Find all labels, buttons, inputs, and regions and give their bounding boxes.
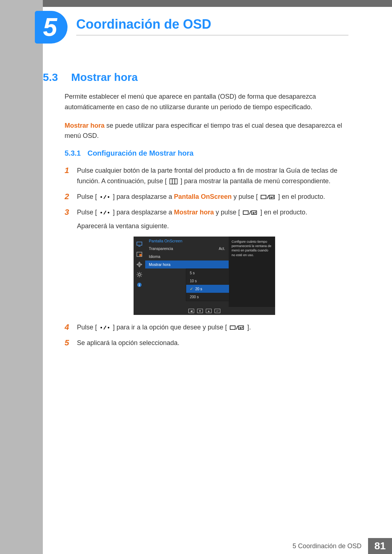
subsection-number: 5.3.1: [65, 149, 81, 157]
chapter-title: Coordinación de OSD: [76, 17, 211, 32]
osd-sidebar: i: [134, 237, 145, 315]
subsection-title: Configuración de Mostrar hora: [87, 149, 193, 157]
footer-chapter-label: 5 Coordinación de OSD: [286, 538, 368, 554]
osd-main-panel: Pantalla OnScreen Transparencia Act. Idi…: [145, 237, 229, 315]
top-strip: [43, 0, 392, 7]
svg-text:i: i: [139, 283, 140, 287]
step-3-number: 3: [65, 207, 77, 232]
step-2-strong: Pantalla OnScreen: [174, 193, 232, 200]
nav-enter-icon: ↵: [215, 309, 220, 313]
intro-paragraph-1: Permite establecer el menú que aparece e…: [65, 91, 348, 112]
gear-icon: [136, 271, 143, 278]
svg-line-13: [249, 211, 251, 214]
nav-down-icon: ▼: [197, 309, 203, 313]
intro-paragraph-2: Mostrar hora se puede utilizar para espe…: [65, 120, 348, 141]
svg-line-31: [104, 326, 106, 329]
check-icon: ✓: [190, 287, 193, 291]
body-area: Permite establecer el menú que aparece e…: [65, 91, 348, 353]
svg-rect-35: [238, 326, 244, 329]
osd-navbar: ◀ ▼ ▲ ↵: [134, 307, 275, 315]
step-5: 5 Se aplicará la opción seleccionada.: [65, 338, 348, 348]
rect-slash-enter-icon: [230, 325, 244, 331]
svg-line-24: [138, 273, 138, 274]
subsection-heading: 5.3.1 Configuración de Mostrar hora: [65, 149, 348, 157]
nav-up-icon: ▲: [206, 309, 212, 313]
step-3-post: ] en el producto.: [260, 209, 307, 216]
step-3-pre: Pulse [: [77, 209, 97, 216]
osd-help-text: Configure cuánto tiempo permanecerá la v…: [229, 237, 275, 315]
osd-row-language: Idioma: [145, 253, 229, 260]
osd-row-display-time: Mostrar hora: [145, 260, 229, 268]
osd-row-transparency-value: Act.: [219, 247, 225, 251]
intro-strong: Mostrar hora: [65, 122, 105, 129]
osd-option-20s: ✓20 s: [186, 285, 229, 293]
step-2-mid2: y pulse [: [233, 193, 258, 200]
osd-option-10s: 10 s: [186, 277, 229, 285]
step-3-line2: Aparecerá la ventana siguiente.: [77, 221, 307, 231]
svg-line-10: [104, 211, 106, 214]
picture-icon: [136, 251, 143, 258]
step-5-number: 5: [65, 338, 77, 348]
osd-row-transparency: Transparencia Act.: [145, 245, 229, 253]
rect-slash-enter-icon: [261, 194, 275, 200]
svg-rect-14: [252, 211, 257, 214]
monitor-icon: [136, 241, 143, 247]
step-2-post: ] en el producto.: [278, 193, 325, 200]
svg-line-7: [267, 195, 269, 199]
osd-option-200s: 200 s: [186, 293, 229, 301]
menu-grid-icon: [170, 178, 177, 184]
osd-row-display-time-label: Mostrar hora: [149, 262, 225, 267]
osd-row-transparency-label: Transparencia: [149, 246, 219, 251]
svg-rect-12: [243, 211, 248, 214]
step-1-number: 1: [65, 165, 77, 186]
dot-slash-dot-icon: [100, 210, 110, 215]
svg-line-27: [141, 273, 142, 274]
svg-point-30: [101, 327, 102, 328]
step-3: 3 Pulse [ ] para desplazarse a Mostrar h…: [65, 207, 348, 232]
svg-point-32: [108, 327, 109, 328]
step-4-text: Pulse [ ] para ir a la opción que desee …: [77, 322, 251, 333]
step-3-strong: Mostrar hora: [174, 209, 214, 216]
svg-point-11: [108, 212, 109, 213]
chapter-title-row: Coordinación de OSD: [76, 14, 348, 36]
osd-menu-screenshot: i Pantalla OnScreen Transparencia Act. I…: [134, 237, 275, 315]
osd-option-5s: 5 s: [186, 269, 229, 277]
osd-submenu: 5 s 10 s ✓20 s 200 s: [186, 268, 229, 301]
dot-slash-dot-icon: [100, 194, 110, 200]
svg-line-26: [138, 276, 138, 277]
svg-rect-0: [170, 179, 177, 184]
svg-line-4: [104, 195, 106, 199]
step-3-mid2: y pulse [: [216, 209, 240, 216]
step-1-text: Pulse cualquier botón de la parte fronta…: [77, 165, 348, 186]
step-2-pre: Pulse [: [77, 193, 97, 200]
nav-left-icon: ◀: [188, 309, 194, 313]
left-gutter: [0, 0, 43, 554]
svg-point-19: [138, 274, 140, 276]
footer-bar: 5 Coordinación de OSD 81: [43, 538, 392, 554]
step-2-number: 2: [65, 192, 77, 202]
step-4-pre: Pulse [: [77, 324, 97, 331]
step-2: 2 Pulse [ ] para desplazarse a Pantalla …: [65, 192, 348, 202]
chapter-number-badge: 5: [35, 11, 68, 44]
step-1: 1 Pulse cualquier botón de la parte fron…: [65, 165, 348, 186]
svg-line-25: [141, 276, 142, 277]
svg-rect-8: [269, 195, 274, 199]
step-3-text: Pulse [ ] para desplazarse a Mostrar hor…: [77, 207, 307, 232]
svg-rect-18: [139, 254, 142, 256]
svg-rect-15: [137, 242, 142, 245]
dot-slash-dot-icon: [100, 325, 110, 330]
osd-panel-title: Pantalla OnScreen: [145, 237, 229, 245]
info-icon: i: [136, 282, 143, 288]
intro-rest: se puede utilizar para especificar el ti…: [65, 122, 342, 140]
svg-point-5: [108, 196, 109, 198]
svg-point-9: [101, 212, 102, 213]
step-4: 4 Pulse [ ] para ir a la opción que dese…: [65, 322, 348, 333]
move-arrows-icon: [136, 261, 143, 268]
osd-row-language-label: Idioma: [149, 254, 225, 259]
step-3-mid1: ] para desplazarse a: [113, 209, 174, 216]
step-2-mid1: ] para desplazarse a: [113, 193, 174, 200]
rect-slash-enter-icon: [243, 210, 257, 216]
step-4-number: 4: [65, 322, 77, 333]
step-5-text: Se aplicará la opción seleccionada.: [77, 338, 179, 348]
step-4-post: ].: [247, 324, 251, 331]
